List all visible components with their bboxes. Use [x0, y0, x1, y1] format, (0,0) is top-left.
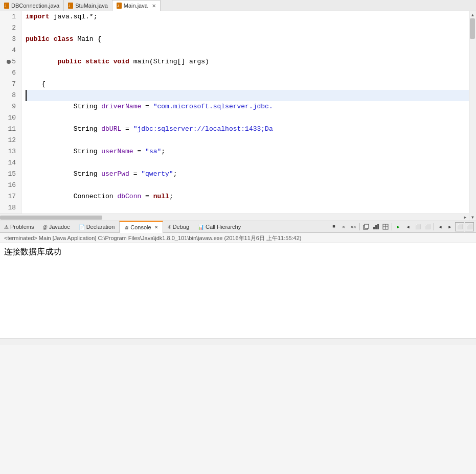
code-line-15: String userPwd = "qwerty"; — [26, 169, 469, 180]
tab-javadoc[interactable]: @ Javadoc — [38, 221, 74, 233]
toolbar-sep-1 — [359, 223, 360, 230]
svg-rect-8 — [373, 227, 375, 229]
code-line-7: { — [26, 79, 469, 90]
svg-rect-9 — [375, 225, 377, 229]
tab-declaration[interactable]: 📄 Declaration — [75, 221, 120, 233]
svg-text:J: J — [117, 4, 119, 8]
scrollbar-thumb[interactable] — [0, 216, 102, 220]
line-num-8: 8 — [0, 90, 18, 101]
problems-icon: ⚠ — [4, 224, 9, 230]
ide-window: J DBConnection.java J StuMain.java J Mai… — [0, 0, 476, 345]
line-num-14: 14 — [0, 157, 18, 169]
toolbar-copy-btn[interactable] — [361, 222, 371, 231]
toolbar-play-btn[interactable]: ▶ — [394, 222, 403, 231]
toolbar-square2-btn[interactable]: ⬜ — [423, 222, 432, 231]
svg-rect-7 — [365, 224, 369, 228]
code-line-12 — [26, 135, 469, 146]
java-file-icon: J — [117, 3, 122, 9]
code-line-3: public class Main { — [26, 34, 469, 45]
console-header: <terminated> Main [Java Application] C:\… — [0, 233, 476, 243]
line-num-5: 5 — [0, 56, 18, 67]
code-editor: 1 2 3 4 5 6 7 8 9 10 11 12 13 — [0, 11, 476, 221]
scroll-up-btn[interactable]: ▲ — [469, 11, 477, 18]
code-line-4 — [26, 45, 469, 56]
line-num-9: 9 — [0, 101, 18, 112]
line-num-11: 11 — [0, 124, 18, 135]
line-numbers: 1 2 3 4 5 6 7 8 9 10 11 12 13 — [0, 11, 21, 214]
code-line-11: String dbURL = "jdbc:sqlserver://localho… — [26, 124, 469, 135]
vscroll-track[interactable] — [469, 18, 477, 214]
line-num-3: 3 — [0, 34, 18, 45]
code-line-6 — [26, 67, 469, 79]
console-header-text: <terminated> Main [Java Application] C:\… — [4, 235, 301, 241]
code-lines[interactable]: import java.sql.*; public class Main { p… — [21, 11, 469, 214]
tab-debug-label: Debug — [173, 224, 189, 230]
editor-tab-bar: J DBConnection.java J StuMain.java J Mai… — [0, 0, 476, 11]
code-line-5: public static void main(String[] args) — [26, 56, 469, 67]
tab-callhierarchy-label: Call Hierarchy — [206, 224, 241, 230]
tab-main[interactable]: J Main.java ✕ — [112, 0, 161, 11]
code-line-10 — [26, 112, 469, 124]
editor-vertical-scrollbar[interactable]: ▲ ▼ — [469, 11, 476, 221]
javadoc-icon: @ — [42, 224, 47, 230]
toolbar-removeall-btn[interactable]: ✕✕ — [349, 222, 358, 231]
code-line-16 — [26, 180, 469, 191]
table-icon — [382, 224, 389, 230]
editor-horizontal-scrollbar[interactable]: ▶ — [0, 214, 469, 221]
tab-close-icon[interactable]: ✕ — [152, 3, 156, 9]
copy-icon — [363, 224, 369, 230]
code-line-8 — [26, 90, 469, 101]
toolbar-back-btn[interactable]: ◀ — [403, 222, 413, 231]
toolbar-table-btn[interactable] — [381, 222, 390, 231]
tab-debug[interactable]: ✳ Debug — [163, 221, 194, 233]
code-line-1: import java.sql.*; — [26, 11, 469, 22]
toolbar-stop-btn[interactable]: ■ — [329, 222, 338, 231]
line-num-16: 16 — [0, 180, 18, 191]
tab-dbconnection[interactable]: J DBConnection.java — [0, 0, 64, 11]
console-panel: <terminated> Main [Java Application] C:\… — [0, 233, 476, 345]
svg-rect-10 — [377, 224, 379, 229]
console-tab-marker: ✕ — [154, 225, 158, 230]
code-line-13: String userName = "sa"; — [26, 146, 469, 157]
bottom-tabs-bar: ⚠ Problems @ Javadoc 📄 Declaration 🖥 Con… — [0, 221, 476, 233]
tab-javadoc-label: Javadoc — [49, 224, 70, 230]
scroll-right-btn[interactable]: ▶ — [462, 214, 469, 221]
tab-stumain[interactable]: J StuMain.java — [64, 0, 112, 11]
toolbar-minimize-btn[interactable]: ◀ — [436, 222, 445, 231]
toolbar-minimize2-btn[interactable]: ⬜ — [455, 222, 464, 231]
tab-problems[interactable]: ⚠ Problems — [0, 221, 38, 233]
tab-label: DBConnection.java — [11, 3, 59, 9]
toolbar-maximize2-btn[interactable]: ⬜ — [465, 222, 474, 231]
line-num-18: 18 — [0, 202, 18, 214]
line-num-4: 4 — [0, 45, 18, 56]
code-line-18 — [26, 202, 469, 214]
line-num-15: 15 — [0, 169, 18, 180]
console-horizontal-scrollbar[interactable] — [0, 338, 476, 345]
scrollbar-track[interactable] — [0, 215, 462, 220]
tab-label: Main.java — [124, 3, 148, 9]
svg-text:J: J — [5, 4, 7, 8]
svg-text:J: J — [69, 4, 71, 8]
toolbar-chart-btn[interactable] — [371, 222, 380, 231]
tab-callhierarchy[interactable]: 📊 Call Hierarchy — [194, 221, 245, 233]
line-num-12: 12 — [0, 135, 18, 146]
line-num-2: 2 — [0, 22, 18, 34]
tab-problems-label: Problems — [10, 224, 34, 230]
toolbar-remove-btn[interactable]: ✕ — [339, 222, 348, 231]
code-line-14 — [26, 157, 469, 169]
code-line-9: String driverName = "com.microsoft.sqlse… — [26, 101, 469, 112]
java-file-icon: J — [4, 3, 9, 9]
tab-console[interactable]: 🖥 Console ✕ — [119, 221, 163, 233]
toolbar-sep-2 — [392, 223, 392, 230]
callhierarchy-icon: 📊 — [198, 224, 204, 230]
scroll-down-btn[interactable]: ▼ — [469, 214, 477, 221]
tab-console-label: Console — [130, 224, 151, 230]
line-num-17: 17 — [0, 191, 18, 202]
toolbar-square1-btn[interactable]: ⬜ — [413, 222, 422, 231]
toolbar-maximize-btn[interactable]: ▶ — [445, 222, 455, 231]
vscroll-thumb[interactable] — [470, 18, 475, 39]
java-file-icon: J — [68, 3, 73, 9]
console-toolbar: ■ ✕ ✕✕ — [329, 222, 476, 231]
line-num-10: 10 — [0, 112, 18, 124]
declaration-icon: 📄 — [79, 224, 85, 230]
